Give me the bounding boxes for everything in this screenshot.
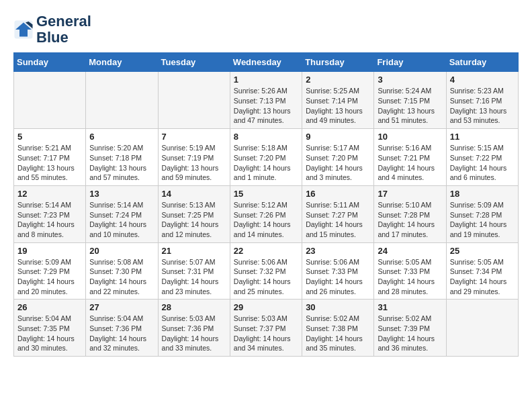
calendar-header: SundayMondayTuesdayWednesdayThursdayFrid… bbox=[14, 53, 519, 72]
calendar-cell bbox=[446, 300, 518, 357]
calendar-cell: 1Sunrise: 5:26 AMSunset: 7:13 PMDaylight… bbox=[230, 72, 302, 129]
calendar-week-5: 26Sunrise: 5:04 AMSunset: 7:35 PMDayligh… bbox=[14, 300, 519, 357]
day-info: Sunrise: 5:19 AMSunset: 7:19 PMDaylight:… bbox=[162, 143, 226, 183]
day-info: Sunrise: 5:08 AMSunset: 7:30 PMDaylight:… bbox=[89, 257, 154, 297]
calendar-cell: 23Sunrise: 5:06 AMSunset: 7:33 PMDayligh… bbox=[302, 242, 374, 300]
day-number: 25 bbox=[450, 246, 515, 256]
day-info: Sunrise: 5:24 AMSunset: 7:15 PMDaylight:… bbox=[378, 86, 442, 126]
calendar-cell: 29Sunrise: 5:03 AMSunset: 7:37 PMDayligh… bbox=[230, 300, 302, 357]
calendar-cell: 10Sunrise: 5:16 AMSunset: 7:21 PMDayligh… bbox=[374, 129, 446, 186]
logo: General Blue bbox=[13, 13, 91, 46]
day-info: Sunrise: 5:13 AMSunset: 7:25 PMDaylight:… bbox=[162, 200, 226, 240]
calendar-cell: 7Sunrise: 5:19 AMSunset: 7:19 PMDaylight… bbox=[158, 129, 230, 186]
day-number: 28 bbox=[162, 302, 226, 312]
day-number: 11 bbox=[450, 132, 515, 142]
day-info: Sunrise: 5:14 AMSunset: 7:23 PMDaylight:… bbox=[17, 200, 82, 240]
calendar-cell: 2Sunrise: 5:25 AMSunset: 7:14 PMDaylight… bbox=[302, 72, 374, 129]
logo-text-line1: General bbox=[36, 13, 91, 30]
day-info: Sunrise: 5:06 AMSunset: 7:33 PMDaylight:… bbox=[306, 257, 370, 297]
day-info: Sunrise: 5:25 AMSunset: 7:14 PMDaylight:… bbox=[306, 86, 370, 126]
day-info: Sunrise: 5:02 AMSunset: 7:39 PMDaylight:… bbox=[378, 314, 442, 353]
page-header: General Blue bbox=[13, 13, 519, 46]
calendar-cell: 6Sunrise: 5:20 AMSunset: 7:18 PMDaylight… bbox=[86, 129, 158, 186]
day-number: 8 bbox=[234, 132, 298, 142]
day-number: 30 bbox=[306, 302, 370, 312]
calendar-cell: 21Sunrise: 5:07 AMSunset: 7:31 PMDayligh… bbox=[158, 242, 230, 300]
calendar-cell bbox=[158, 72, 230, 129]
weekday-header-thursday: Thursday bbox=[302, 53, 374, 72]
calendar-cell: 18Sunrise: 5:09 AMSunset: 7:28 PMDayligh… bbox=[446, 185, 518, 242]
calendar-cell: 22Sunrise: 5:06 AMSunset: 7:32 PMDayligh… bbox=[230, 242, 302, 300]
calendar-week-4: 19Sunrise: 5:09 AMSunset: 7:29 PMDayligh… bbox=[14, 242, 519, 300]
day-info: Sunrise: 5:06 AMSunset: 7:32 PMDaylight:… bbox=[234, 257, 298, 297]
day-number: 6 bbox=[89, 132, 154, 142]
day-info: Sunrise: 5:03 AMSunset: 7:37 PMDaylight:… bbox=[234, 314, 298, 353]
day-info: Sunrise: 5:09 AMSunset: 7:29 PMDaylight:… bbox=[17, 257, 82, 297]
weekday-header-sunday: Sunday bbox=[14, 53, 86, 72]
calendar-cell: 9Sunrise: 5:17 AMSunset: 7:20 PMDaylight… bbox=[302, 129, 374, 186]
calendar-cell bbox=[86, 72, 158, 129]
day-number: 9 bbox=[306, 132, 370, 142]
day-number: 21 bbox=[162, 246, 226, 256]
day-info: Sunrise: 5:07 AMSunset: 7:31 PMDaylight:… bbox=[162, 257, 226, 297]
calendar-cell: 28Sunrise: 5:03 AMSunset: 7:36 PMDayligh… bbox=[158, 300, 230, 357]
calendar-cell bbox=[14, 72, 86, 129]
calendar-cell: 31Sunrise: 5:02 AMSunset: 7:39 PMDayligh… bbox=[374, 300, 446, 357]
calendar-cell: 3Sunrise: 5:24 AMSunset: 7:15 PMDaylight… bbox=[374, 72, 446, 129]
day-number: 24 bbox=[378, 246, 442, 256]
day-number: 5 bbox=[17, 132, 82, 142]
weekday-header-monday: Monday bbox=[86, 53, 158, 72]
calendar-cell: 5Sunrise: 5:21 AMSunset: 7:17 PMDaylight… bbox=[14, 129, 86, 186]
calendar-table: SundayMondayTuesdayWednesdayThursdayFrid… bbox=[13, 52, 519, 357]
weekday-header-wednesday: Wednesday bbox=[230, 53, 302, 72]
weekday-row: SundayMondayTuesdayWednesdayThursdayFrid… bbox=[14, 53, 519, 72]
calendar-body: 1Sunrise: 5:26 AMSunset: 7:13 PMDaylight… bbox=[14, 72, 519, 357]
day-number: 16 bbox=[306, 189, 370, 199]
calendar-cell: 4Sunrise: 5:23 AMSunset: 7:16 PMDaylight… bbox=[446, 72, 518, 129]
day-info: Sunrise: 5:21 AMSunset: 7:17 PMDaylight:… bbox=[17, 143, 82, 183]
calendar-cell: 19Sunrise: 5:09 AMSunset: 7:29 PMDayligh… bbox=[14, 242, 86, 300]
calendar-cell: 24Sunrise: 5:05 AMSunset: 7:33 PMDayligh… bbox=[374, 242, 446, 300]
day-number: 23 bbox=[306, 246, 370, 256]
day-number: 3 bbox=[378, 75, 442, 85]
day-info: Sunrise: 5:14 AMSunset: 7:24 PMDaylight:… bbox=[89, 200, 154, 240]
day-info: Sunrise: 5:15 AMSunset: 7:22 PMDaylight:… bbox=[450, 143, 515, 183]
day-info: Sunrise: 5:05 AMSunset: 7:34 PMDaylight:… bbox=[450, 257, 515, 297]
day-number: 20 bbox=[89, 246, 154, 256]
day-info: Sunrise: 5:09 AMSunset: 7:28 PMDaylight:… bbox=[450, 200, 515, 240]
calendar-cell: 16Sunrise: 5:11 AMSunset: 7:27 PMDayligh… bbox=[302, 185, 374, 242]
day-info: Sunrise: 5:10 AMSunset: 7:28 PMDaylight:… bbox=[378, 200, 442, 240]
day-info: Sunrise: 5:05 AMSunset: 7:33 PMDaylight:… bbox=[378, 257, 442, 297]
calendar-week-1: 1Sunrise: 5:26 AMSunset: 7:13 PMDaylight… bbox=[14, 72, 519, 129]
day-info: Sunrise: 5:20 AMSunset: 7:18 PMDaylight:… bbox=[89, 143, 154, 183]
logo-text-line2: Blue bbox=[36, 30, 91, 46]
day-number: 12 bbox=[17, 189, 82, 199]
day-number: 19 bbox=[17, 246, 82, 256]
day-number: 13 bbox=[89, 189, 154, 199]
calendar-cell: 30Sunrise: 5:02 AMSunset: 7:38 PMDayligh… bbox=[302, 300, 374, 357]
day-number: 15 bbox=[234, 189, 298, 199]
day-number: 14 bbox=[162, 189, 226, 199]
day-info: Sunrise: 5:18 AMSunset: 7:20 PMDaylight:… bbox=[234, 143, 298, 183]
day-info: Sunrise: 5:12 AMSunset: 7:26 PMDaylight:… bbox=[234, 200, 298, 240]
day-number: 31 bbox=[378, 302, 442, 312]
calendar-cell: 13Sunrise: 5:14 AMSunset: 7:24 PMDayligh… bbox=[86, 185, 158, 242]
day-number: 4 bbox=[450, 75, 515, 85]
day-info: Sunrise: 5:04 AMSunset: 7:36 PMDaylight:… bbox=[89, 314, 154, 353]
day-number: 22 bbox=[234, 246, 298, 256]
day-info: Sunrise: 5:23 AMSunset: 7:16 PMDaylight:… bbox=[450, 86, 515, 126]
day-number: 17 bbox=[378, 189, 442, 199]
calendar-week-3: 12Sunrise: 5:14 AMSunset: 7:23 PMDayligh… bbox=[14, 185, 519, 242]
day-number: 26 bbox=[17, 302, 82, 312]
calendar-cell: 14Sunrise: 5:13 AMSunset: 7:25 PMDayligh… bbox=[158, 185, 230, 242]
calendar-week-2: 5Sunrise: 5:21 AMSunset: 7:17 PMDaylight… bbox=[14, 129, 519, 186]
calendar-cell: 26Sunrise: 5:04 AMSunset: 7:35 PMDayligh… bbox=[14, 300, 86, 357]
day-number: 27 bbox=[89, 302, 154, 312]
day-info: Sunrise: 5:26 AMSunset: 7:13 PMDaylight:… bbox=[234, 86, 298, 126]
weekday-header-saturday: Saturday bbox=[446, 53, 518, 72]
calendar-cell: 17Sunrise: 5:10 AMSunset: 7:28 PMDayligh… bbox=[374, 185, 446, 242]
weekday-header-tuesday: Tuesday bbox=[158, 53, 230, 72]
calendar-cell: 8Sunrise: 5:18 AMSunset: 7:20 PMDaylight… bbox=[230, 129, 302, 186]
weekday-header-friday: Friday bbox=[374, 53, 446, 72]
calendar-cell: 25Sunrise: 5:05 AMSunset: 7:34 PMDayligh… bbox=[446, 242, 518, 300]
